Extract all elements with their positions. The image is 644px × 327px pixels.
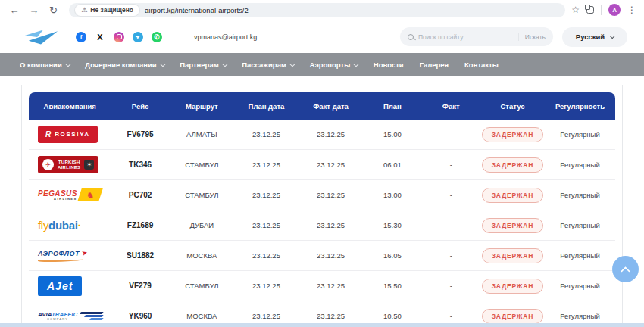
flydubai-fly: fly: [38, 219, 48, 232]
fact-time: -: [422, 251, 480, 260]
col-flight: Рейс: [111, 102, 169, 111]
fact-date: 23.12.25: [299, 251, 363, 260]
nav-label: Пассажирам: [242, 61, 286, 69]
nav-item-contacts[interactable]: Контакты: [464, 61, 499, 69]
table-row: R ROSSIYA FV6795 АЛМАТЫ 23.12.25 23.12.2…: [29, 120, 615, 150]
language-selector[interactable]: Русский: [562, 27, 627, 47]
fact-date: 23.12.25: [299, 282, 363, 290]
regularity: Регулярный: [545, 160, 615, 169]
warning-icon: ⚠: [81, 7, 87, 14]
nav-item-partners[interactable]: Партнерам: [180, 61, 226, 69]
flight-number: FV6795: [111, 130, 169, 139]
airline-logo-pegasus: PEGASUS AIRLINES ♞: [29, 188, 111, 201]
plan-time: 15.50: [363, 282, 421, 290]
profile-avatar[interactable]: A: [608, 4, 621, 16]
nav-item-news[interactable]: Новости: [374, 61, 404, 69]
plan-time: 15.00: [363, 130, 421, 139]
language-label: Русский: [576, 33, 605, 41]
flight-number: PC702: [111, 191, 169, 199]
fact-time: -: [422, 160, 480, 169]
plan-date: 23.12.25: [234, 312, 299, 320]
nav-item-airports[interactable]: Аэропорты: [310, 61, 358, 69]
route: ДУБАИ: [170, 221, 234, 229]
route: МОСКВА: [170, 251, 234, 260]
status-badge: ЗАДЕРЖАН: [482, 309, 543, 324]
nav-label: О компании: [20, 61, 62, 69]
search-input[interactable]: [418, 33, 514, 41]
status-badge: ЗАДЕРЖАН: [482, 248, 543, 263]
search-submit-button[interactable]: Искать: [518, 33, 546, 41]
pegasus-flag: ♞: [77, 188, 103, 201]
fact-time: -: [422, 221, 480, 229]
flydubai-dubai: dubai: [48, 219, 78, 232]
fact-date: 23.12.25: [299, 221, 363, 229]
aviatraffic-wing-icon: [80, 312, 103, 320]
plan-date: 23.12.25: [234, 191, 299, 199]
aeroflot-wing-icon: ➤: [81, 249, 89, 257]
browser-forward-icon[interactable]: →: [27, 5, 41, 16]
route: СТАМБУЛ: [170, 191, 234, 199]
aeroflot-swoosh: [38, 258, 83, 262]
x-twitter-icon[interactable]: X: [95, 32, 105, 42]
security-label: Не защищено: [90, 6, 133, 14]
col-plan-time: План: [363, 102, 421, 111]
regularity: Регулярный: [545, 282, 615, 290]
plan-time: 16.05: [363, 251, 421, 260]
star-alliance-icon: ✶: [84, 160, 94, 170]
browser-back-icon[interactable]: ←: [8, 5, 21, 16]
instagram-icon[interactable]: [114, 32, 124, 42]
pegasus-sub: AIRLINES: [54, 197, 77, 201]
airport-logo-icon[interactable]: [23, 29, 59, 45]
site-header: f X ➤ ✆ vpmanas@airport.kg Искать Русски…: [0, 20, 644, 53]
plan-date: 23.12.25: [234, 221, 299, 229]
col-plan-date: План дата: [234, 102, 299, 111]
url-text[interactable]: airport.kg/international-airports/2: [145, 6, 249, 14]
telegram-icon[interactable]: ➤: [133, 32, 143, 42]
fact-time: -: [422, 191, 480, 199]
facebook-icon[interactable]: f: [76, 32, 86, 42]
plan-time: 13.00: [363, 191, 421, 199]
flight-number: YK960: [111, 312, 169, 320]
scroll-to-top-button[interactable]: [612, 256, 639, 282]
flight-number: VF279: [111, 282, 169, 290]
whatsapp-icon[interactable]: ✆: [152, 32, 162, 42]
browser-reload-icon[interactable]: ↻: [47, 5, 61, 16]
route: СТАМБУЛ: [170, 160, 234, 169]
status-badge: ЗАДЕРЖАН: [482, 279, 543, 294]
status-badge: ЗАДЕРЖАН: [482, 188, 543, 203]
social-links: f X ➤ ✆: [76, 32, 162, 42]
security-chip[interactable]: ⚠ Не защищено: [75, 5, 139, 16]
fact-date: 23.12.25: [299, 312, 363, 320]
route: СТАМБУЛ: [170, 282, 234, 290]
address-bar[interactable]: ⚠ Не защищено airport.kg/international-a…: [69, 3, 565, 17]
contact-email[interactable]: vpmanas@airport.kg: [194, 33, 257, 41]
fact-date: 23.12.25: [299, 130, 363, 139]
bookmark-star-icon[interactable]: ☆: [571, 5, 580, 15]
pegasus-horse-icon: ♞: [86, 191, 94, 200]
nav-label: Аэропорты: [310, 61, 351, 69]
chevron-up-icon: [621, 266, 630, 276]
flight-number: TK346: [111, 160, 169, 169]
turkish-line1: TURKISH: [58, 160, 80, 164]
search-icon: [408, 34, 414, 40]
nav-item-subsidiaries[interactable]: Дочерние компании: [85, 61, 164, 69]
fact-time: -: [422, 282, 480, 290]
plan-time: 10.50: [363, 312, 421, 320]
nav-item-passengers[interactable]: Пассажирам: [242, 61, 293, 69]
turkish-line2: AIRLINES: [58, 165, 80, 170]
nav-label: Галерея: [420, 61, 449, 69]
site-search: Искать: [400, 27, 553, 46]
regularity: Регулярный: [545, 221, 615, 229]
browser-menu-icon[interactable]: ⋮: [627, 5, 636, 15]
browser-side-panel-icon[interactable]: [586, 6, 594, 14]
status-badge: ЗАДЕРЖАН: [482, 218, 543, 233]
chevron-down-icon: [290, 61, 295, 66]
regularity: Регулярный: [545, 312, 615, 320]
fact-date: 23.12.25: [299, 191, 363, 199]
rossiya-mark: R: [45, 130, 51, 139]
flight-number: FZ1689: [111, 221, 169, 229]
nav-item-about[interactable]: О компании: [20, 61, 69, 69]
browser-actions: ☆ A ⋮: [571, 4, 636, 16]
table-row: PEGASUS AIRLINES ♞ PC702 СТАМБУЛ 23.12.2…: [29, 180, 615, 210]
nav-item-gallery[interactable]: Галерея: [420, 61, 449, 69]
